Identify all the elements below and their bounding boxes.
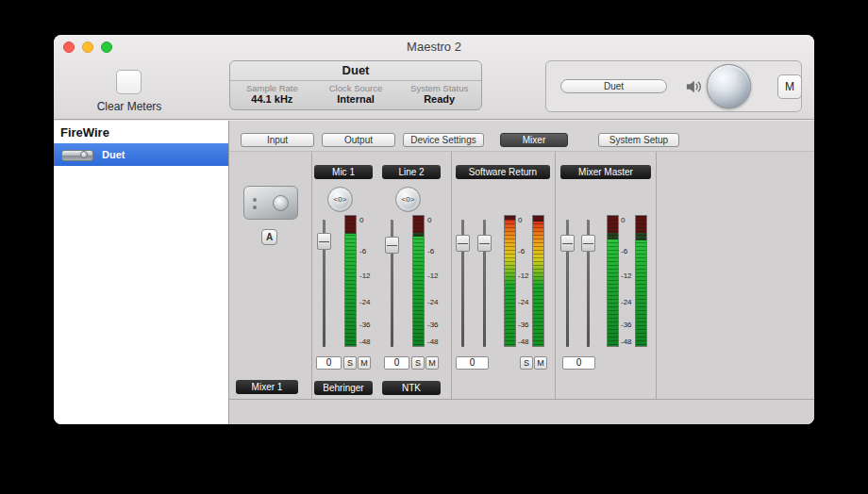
software-return-fader-left [456, 220, 470, 347]
tab-input[interactable]: Input [241, 133, 314, 147]
sidebar-item-duet[interactable]: Duet [54, 143, 228, 166]
meter-tick-label: -36 [427, 321, 439, 329]
divider [656, 152, 657, 399]
mic1-fader-thumb[interactable] [317, 233, 331, 250]
monitor-device-select[interactable]: Duet [560, 79, 667, 93]
mixer-section-label: Mixer 1 [236, 380, 298, 394]
divider [451, 152, 452, 399]
meter-tick-label: -24 [518, 298, 529, 306]
mic1-mute-button[interactable]: M [358, 356, 371, 370]
monitor-mute-button[interactable]: M [777, 74, 802, 99]
software-return-header: Software Return [456, 165, 550, 179]
meter-tick-label: 0 [427, 216, 431, 224]
speaker-icon [685, 79, 702, 94]
meter-tick-label: -6 [427, 247, 434, 255]
sidebar-item-label: Duet [102, 149, 125, 160]
meter-tick-label: 0 [518, 216, 522, 224]
line2-mute-button[interactable]: M [426, 356, 439, 370]
app-window: Maestro 2 Clear Meters Duet Sample Rate … [54, 35, 814, 424]
meter-tick-label: -12 [518, 272, 529, 280]
tab-output[interactable]: Output [322, 133, 395, 147]
mixer-master-fader-left-thumb[interactable] [560, 235, 575, 252]
mic1-pan-knob[interactable]: <0> [327, 187, 353, 212]
line2-solo-button[interactable]: S [411, 356, 425, 370]
software-return-solo-button[interactable]: S [520, 356, 533, 370]
software-return-fader-left-thumb[interactable] [456, 235, 470, 252]
line2-name-label: NTK [382, 381, 441, 395]
mixer-master-meter-left [607, 215, 619, 347]
meter-tick-label: -36 [359, 321, 371, 329]
line2-fader [385, 220, 399, 347]
duet-device-icon [61, 147, 93, 163]
line2-value-input[interactable]: 0 [384, 356, 409, 370]
mixer-master-fader-left [560, 220, 575, 347]
meter-tick-label: -24 [427, 298, 439, 306]
line2-pan-knob[interactable]: <0> [395, 187, 421, 212]
mixer-master-header: Mixer Master [560, 165, 651, 179]
software-return-mute-button[interactable]: M [534, 356, 547, 370]
meter-tick-label: 0 [621, 216, 625, 224]
meter-tick-label: 0 [359, 216, 363, 224]
sidebar: FireWire Duet [54, 121, 229, 424]
clear-meters-button[interactable] [116, 70, 142, 94]
monitor-a-button[interactable]: A [261, 229, 277, 245]
meter-tick-label: -6 [518, 247, 525, 255]
status-device-title: Duet [230, 61, 481, 81]
software-return-meter-left [504, 215, 516, 347]
window-title: Maestro 2 [54, 40, 814, 54]
software-return-meter-right [532, 215, 544, 347]
line2-level-meter [412, 215, 425, 347]
meter-tick-label: -6 [359, 247, 366, 255]
status-system-status: System Status Ready [397, 81, 481, 105]
tab-system-setup[interactable]: System Setup [598, 133, 679, 147]
software-return-fader-right-thumb[interactable] [477, 235, 492, 252]
line2-meter-scale: 0-6-12-24-36-48 [426, 215, 443, 347]
mic1-value-input[interactable]: 0 [316, 356, 342, 370]
meter-tick-label: -24 [359, 298, 371, 306]
meter-tick-label: -36 [518, 321, 529, 329]
mic1-name-label: Behringer [314, 381, 373, 395]
divider [555, 152, 556, 399]
meter-tick-label: -6 [621, 247, 627, 255]
meter-tick-label: -12 [359, 272, 371, 280]
tab-mixer[interactable]: Mixer [500, 133, 568, 147]
meter-tick-label: -12 [621, 272, 632, 280]
meter-tick-label: -48 [518, 338, 529, 346]
main-content: Input Output Device Settings Mixer Syste… [229, 121, 814, 424]
output-level-knob[interactable] [707, 64, 751, 108]
meter-tick-label: -48 [359, 338, 371, 346]
mic1-level-meter [344, 215, 357, 347]
mixer-panel: A Mixer 1 Mic 1 <0> 0-6-12-24-36-48 0 S [229, 151, 814, 424]
meter-tick-label: -48 [621, 338, 632, 346]
tab-device-settings[interactable]: Device Settings [403, 133, 484, 147]
sidebar-header-firewire: FireWire [54, 121, 228, 143]
status-sample-rate: Sample Rate 44.1 kHz [230, 81, 314, 105]
divider [311, 152, 312, 399]
mic1-meter-scale: 0-6-12-24-36-48 [359, 215, 376, 347]
mic1-header: Mic 1 [314, 165, 373, 179]
window-chrome: Maestro 2 Clear Meters Duet Sample Rate … [54, 35, 814, 120]
meter-tick-label: -48 [427, 338, 439, 346]
software-return-fader-right [477, 220, 492, 347]
mixer-master-meter-right [635, 215, 647, 347]
mixer-master-fader-right-thumb[interactable] [581, 235, 595, 252]
mic1-fader [317, 220, 331, 347]
software-return-value-input[interactable]: 0 [456, 356, 489, 370]
clear-meters-label: Clear Meters [86, 100, 173, 113]
duet-hardware-image [243, 186, 298, 220]
line2-fader-thumb[interactable] [385, 237, 399, 254]
mixer-master-value-input[interactable]: 0 [562, 356, 595, 370]
device-status-panel: Duet Sample Rate 44.1 kHz Clock Source I… [229, 60, 482, 110]
meter-tick-label: -12 [427, 272, 439, 280]
monitor-panel: Duet M [545, 60, 802, 112]
mic1-solo-button[interactable]: S [343, 356, 357, 370]
meter-tick-label: -36 [621, 321, 632, 329]
meter-tick-label: -24 [621, 298, 632, 306]
mixer-master-fader-right [581, 220, 595, 347]
line2-header: Line 2 [382, 165, 441, 179]
status-clock-source: Clock Source Internal [314, 81, 398, 105]
